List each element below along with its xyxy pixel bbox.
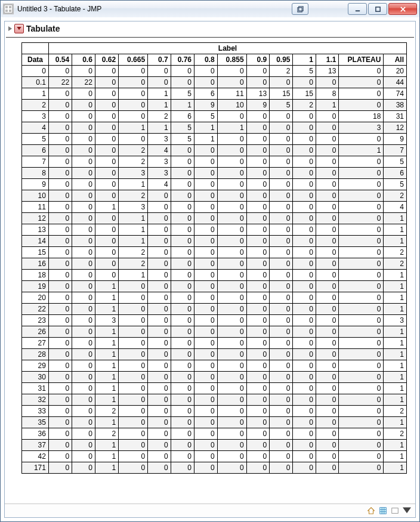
cell: 0 — [48, 383, 72, 394]
table-row[interactable]: 2300300000000003 — [22, 315, 407, 326]
table-row[interactable]: 1800010000000001 — [22, 270, 407, 281]
table-row[interactable]: 700023000000005 — [22, 156, 407, 168]
cell: 0 — [95, 145, 118, 156]
cell: 0 — [270, 77, 293, 88]
cell: 0 — [119, 66, 148, 77]
cell: 1 — [384, 270, 407, 281]
cell: 0 — [270, 156, 293, 168]
column-header[interactable]: 0.7 — [148, 54, 171, 66]
table-container[interactable]: Label Data 0.540.60.620.6650.70.760.80.8… — [5, 38, 415, 504]
column-header[interactable]: 0.665 — [119, 54, 148, 66]
cell: 2 — [95, 428, 118, 440]
table-row[interactable]: 3700100000000001 — [22, 440, 407, 451]
cell: 0 — [270, 360, 293, 372]
table-row[interactable]: 4200100000000001 — [22, 451, 407, 462]
cell: 0 — [246, 179, 270, 190]
cell: 0 — [316, 77, 339, 88]
column-header[interactable]: 0.62 — [95, 54, 118, 66]
cell: 0 — [339, 428, 384, 440]
column-header[interactable]: 0.54 — [48, 54, 72, 66]
table-row[interactable]: 600024000000017 — [22, 145, 407, 156]
cell: 0 — [270, 304, 293, 315]
cell: 4 — [148, 179, 171, 190]
table-row[interactable]: 3000100000000001 — [22, 372, 407, 383]
row-label: 15 — [22, 247, 49, 258]
table-row[interactable]: 2900100000000001 — [22, 360, 407, 372]
column-header[interactable]: 0.9 — [246, 54, 270, 66]
table-row[interactable]: 17100100000000001 — [22, 462, 407, 474]
table-row[interactable]: 10000156111315158074 — [22, 88, 407, 100]
column-header[interactable]: 0.76 — [171, 54, 194, 66]
options-menu-icon[interactable] — [402, 506, 412, 515]
titlebar[interactable]: Untitled 3 - Tabulate - JMP — [1, 1, 419, 18]
cell: 1 — [384, 281, 407, 292]
table-row[interactable]: 4000115110000312 — [22, 122, 407, 134]
tabulate-table: Label Data 0.540.60.620.6650.70.760.80.8… — [21, 42, 407, 474]
table-row[interactable]: 2700100000000001 — [22, 338, 407, 349]
table-row[interactable]: 2600100000000001 — [22, 326, 407, 338]
column-header[interactable]: 0.855 — [217, 54, 246, 66]
cell: 2 — [119, 190, 148, 202]
cell: 1 — [95, 202, 118, 213]
hotspot-menu-icon[interactable] — [14, 24, 24, 33]
disclosure-icon[interactable] — [7, 26, 13, 32]
minimize-button[interactable] — [348, 3, 367, 15]
cell: 0 — [148, 417, 171, 428]
column-header[interactable]: 0.8 — [194, 54, 217, 66]
cell: 0 — [148, 462, 171, 474]
cell: 0 — [270, 462, 293, 474]
column-header[interactable]: 0.6 — [72, 54, 95, 66]
data-table-icon[interactable] — [378, 506, 388, 515]
column-header[interactable]: 0.95 — [270, 54, 293, 66]
cell: 2 — [384, 258, 407, 270]
cell: 0 — [48, 372, 72, 383]
cell: 0 — [48, 236, 72, 247]
cell: 5 — [171, 88, 194, 100]
maximize-button[interactable] — [368, 3, 387, 15]
table-row[interactable]: 3500100000000001 — [22, 417, 407, 428]
column-header[interactable]: 1.1 — [316, 54, 339, 66]
home-icon[interactable] — [366, 506, 376, 515]
table-row[interactable]: 1600020000000002 — [22, 258, 407, 270]
table-row[interactable]: 20000119109521038 — [22, 100, 407, 111]
cell: 1 — [194, 122, 217, 134]
cell: 0 — [339, 134, 384, 145]
table-row[interactable]: 3600200000000002 — [22, 428, 407, 440]
table-row[interactable]: 30000265000001831 — [22, 111, 407, 122]
cell: 0 — [316, 179, 339, 190]
table-row[interactable]: 2000100000000001 — [22, 292, 407, 304]
table-row[interactable]: 3200100000000001 — [22, 394, 407, 406]
cell: 0 — [316, 122, 339, 134]
table-row[interactable]: 3100100000000001 — [22, 383, 407, 394]
table-row[interactable]: 00000000002513020 — [22, 66, 407, 77]
cell: 0 — [246, 462, 270, 474]
document-area: Tabulate Label Data 0.540.60.620.6650.70… — [1, 17, 419, 521]
table-row[interactable]: 3300200000000002 — [22, 406, 407, 417]
table-row[interactable]: 2800100000000001 — [22, 349, 407, 360]
table-row[interactable]: 0.122220000000000044 — [22, 77, 407, 88]
table-row[interactable]: 900014000000005 — [22, 179, 407, 190]
table-row[interactable]: 500003510000009 — [22, 134, 407, 145]
cell: 0 — [171, 281, 194, 292]
thumbnail-icon[interactable] — [390, 506, 400, 515]
cell: 0 — [293, 417, 316, 428]
table-row[interactable]: 1300010000000001 — [22, 224, 407, 236]
table-row[interactable]: 2200100000000001 — [22, 304, 407, 315]
table-row[interactable]: 1900100000000001 — [22, 281, 407, 292]
table-row[interactable]: 1400010000000001 — [22, 236, 407, 247]
doc-restore-button[interactable] — [292, 3, 308, 15]
cell: 0 — [217, 190, 246, 202]
column-header[interactable]: PLATEAU — [339, 54, 384, 66]
row-label: 32 — [22, 394, 49, 406]
table-row[interactable]: 1500020000000002 — [22, 247, 407, 258]
table-row[interactable]: 1100130000000004 — [22, 202, 407, 213]
close-button[interactable] — [388, 3, 417, 15]
table-row[interactable]: 800033000000006 — [22, 168, 407, 179]
column-header[interactable]: 1 — [293, 54, 316, 66]
cell: 0 — [148, 270, 171, 281]
column-header[interactable]: All — [384, 54, 407, 66]
cell: 0 — [48, 326, 72, 338]
cell: 0 — [316, 292, 339, 304]
table-row[interactable]: 1000020000000002 — [22, 190, 407, 202]
table-row[interactable]: 1200010000000001 — [22, 213, 407, 224]
